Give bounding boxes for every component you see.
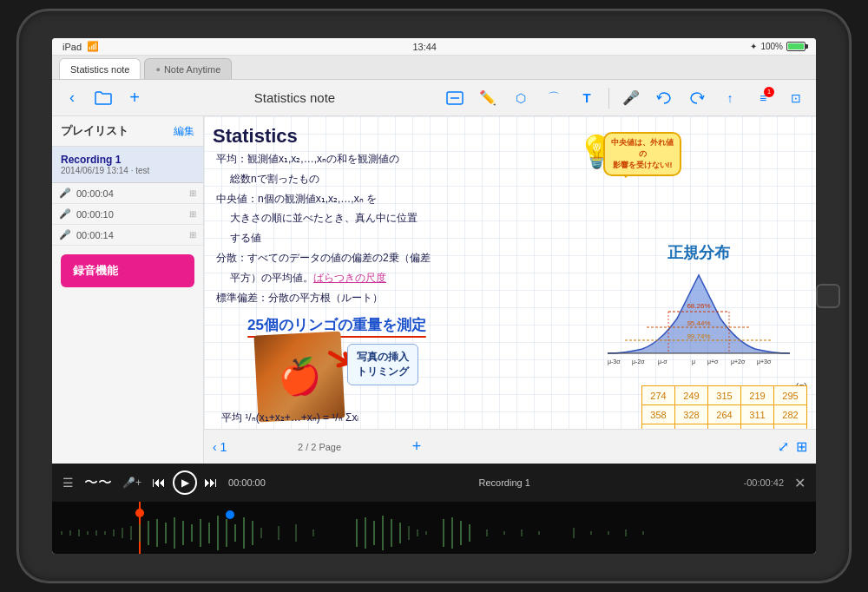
- bubble-line-1: 中央値は、外れ値の: [611, 137, 674, 160]
- status-bar: iPad 📶 13:44 ✦ 100%: [52, 38, 816, 56]
- list-button[interactable]: ≡: [750, 85, 776, 111]
- folder-icon[interactable]: [90, 85, 116, 111]
- svg-rect-31: [182, 521, 184, 545]
- timestamp-1[interactable]: 🎤 00:00:04 ⊞: [52, 183, 203, 204]
- svg-text:μ-σ: μ-σ: [658, 358, 667, 365]
- svg-rect-43: [312, 530, 314, 536]
- dist-title: 正規分布: [599, 242, 799, 263]
- recording-date: 2014/06/19 13:14 · test: [61, 166, 194, 175]
- dist-chart: 68.26% 95.44% 99.74% μ-3σ μ-2σ μ-σ μ μ+σ: [599, 266, 799, 371]
- svg-rect-30: [174, 517, 175, 549]
- svg-text:95.44%: 95.44%: [687, 319, 710, 327]
- waveform-icon[interactable]: 〜〜: [84, 474, 112, 492]
- share-button[interactable]: ↑: [717, 85, 743, 111]
- recording-item[interactable]: Recording 1 2014/06/19 13:14 · test: [52, 147, 203, 183]
- svg-rect-22: [104, 531, 106, 535]
- svg-rect-56: [469, 524, 470, 542]
- tab-close-icon: ●: [155, 65, 160, 74]
- prev-page-button[interactable]: ‹ 1: [213, 440, 227, 454]
- svg-rect-46: [373, 521, 375, 545]
- svg-rect-44: [356, 519, 358, 547]
- tab-note-anytime[interactable]: ● Note Anytime: [144, 58, 232, 79]
- svg-rect-52: [425, 531, 427, 535]
- table-cell: 315: [708, 386, 741, 405]
- toolbar-left: ‹ +: [59, 85, 148, 111]
- battery-icon: [786, 42, 806, 51]
- close-player-button[interactable]: ✕: [794, 475, 806, 491]
- svg-rect-32: [191, 524, 193, 542]
- table-cell: 311: [741, 405, 774, 424]
- tab-statistics-note[interactable]: Statistics note: [59, 58, 141, 79]
- svg-rect-38: [243, 517, 245, 549]
- timestamp-3[interactable]: 🎤 00:00:14 ⊞: [52, 225, 203, 246]
- sidebar-header: プレイリスト 編集: [52, 116, 203, 147]
- toolbar-title: Statistics note: [151, 90, 438, 105]
- svg-rect-54: [451, 517, 453, 549]
- add-page-button[interactable]: +: [412, 437, 422, 456]
- tab-bar: Statistics note ● Note Anytime: [52, 56, 816, 80]
- redo-button[interactable]: [684, 85, 710, 111]
- svg-text:μ-2σ: μ-2σ: [632, 358, 645, 365]
- back-button[interactable]: ‹: [59, 85, 85, 111]
- svg-rect-25: [130, 526, 132, 540]
- svg-rect-61: [573, 528, 575, 538]
- battery-pct: 100%: [760, 42, 783, 51]
- photo-label-line1: 写真の挿入: [357, 350, 409, 365]
- zoom-button[interactable]: ⤢: [778, 438, 789, 455]
- skip-back-button[interactable]: ⏮: [152, 475, 166, 490]
- add-button[interactable]: +: [122, 85, 148, 111]
- add-marker-icon[interactable]: 🎤+: [122, 477, 141, 489]
- expand-button[interactable]: ⊞: [796, 438, 807, 455]
- table-cell: 264: [708, 405, 741, 424]
- photo-label-line2: トリミング: [357, 365, 409, 379]
- svg-rect-29: [165, 523, 167, 543]
- lasso-button[interactable]: ⌒: [541, 85, 567, 111]
- line-1: 平均：観測値x₁,x₂,…,xₙの和を観測値の: [216, 149, 804, 169]
- svg-rect-60: [538, 531, 540, 535]
- svg-rect-34: [208, 523, 210, 543]
- svg-rect-58: [503, 531, 505, 535]
- svg-rect-28: [156, 519, 158, 547]
- table-cell: 295: [774, 386, 807, 405]
- svg-rect-64: [625, 530, 627, 536]
- text-button[interactable]: T: [574, 85, 600, 111]
- svg-rect-26: [139, 524, 141, 542]
- menu-icon[interactable]: ☰: [62, 476, 74, 490]
- table-cell: 274: [642, 386, 675, 405]
- table-cell: 282: [774, 405, 807, 424]
- normal-distribution: 正規分布: [599, 242, 799, 374]
- bluetooth-icon: ✦: [750, 42, 757, 51]
- svg-rect-19: [78, 530, 80, 536]
- select-tool-button[interactable]: [442, 85, 468, 111]
- home-button[interactable]: [816, 284, 840, 308]
- settings-button[interactable]: ⊡: [783, 85, 809, 111]
- player-title: Recording 1: [276, 477, 733, 488]
- svg-rect-41: [278, 526, 279, 540]
- note-area[interactable]: Statistics 平均：観測値x₁,x₂,…,xₙの和を観測値の 総数nで割…: [204, 116, 816, 464]
- svg-rect-49: [399, 523, 401, 543]
- svg-rect-65: [642, 531, 644, 535]
- ts-time-1: 00:00:04: [76, 188, 184, 199]
- eraser-button[interactable]: ⬡: [508, 85, 534, 111]
- timestamp-2[interactable]: 🎤 00:00:10 ⊞: [52, 204, 203, 225]
- svg-text:μ: μ: [692, 358, 695, 365]
- sidebar-edit-button[interactable]: 編集: [174, 124, 194, 139]
- toolbar-right: ✏️ ⬡ ⌒ T 🎤 ↑ ≡ ⊡: [442, 85, 809, 111]
- play-button[interactable]: ▶: [173, 470, 197, 495]
- svg-text:99.74%: 99.74%: [687, 332, 710, 340]
- svg-rect-50: [408, 526, 410, 540]
- svg-rect-59: [521, 530, 523, 536]
- waveform-area[interactable]: // Can't use JS inside SVG text here, wi…: [52, 502, 816, 554]
- pen-button[interactable]: ✏️: [475, 85, 501, 111]
- mic-button[interactable]: 🎤: [618, 85, 644, 111]
- undo-button[interactable]: [651, 85, 677, 111]
- tab-label: Note Anytime: [164, 64, 220, 75]
- playhead-blue-dot[interactable]: [226, 510, 234, 519]
- waveform-svg: // Can't use JS inside SVG text here, wi…: [52, 512, 816, 554]
- svg-rect-51: [417, 530, 418, 536]
- skip-forward-button[interactable]: ⏭: [204, 475, 218, 490]
- status-time: 13:44: [412, 42, 437, 52]
- svg-rect-35: [217, 516, 219, 550]
- svg-rect-20: [87, 531, 89, 535]
- svg-rect-42: [295, 524, 297, 542]
